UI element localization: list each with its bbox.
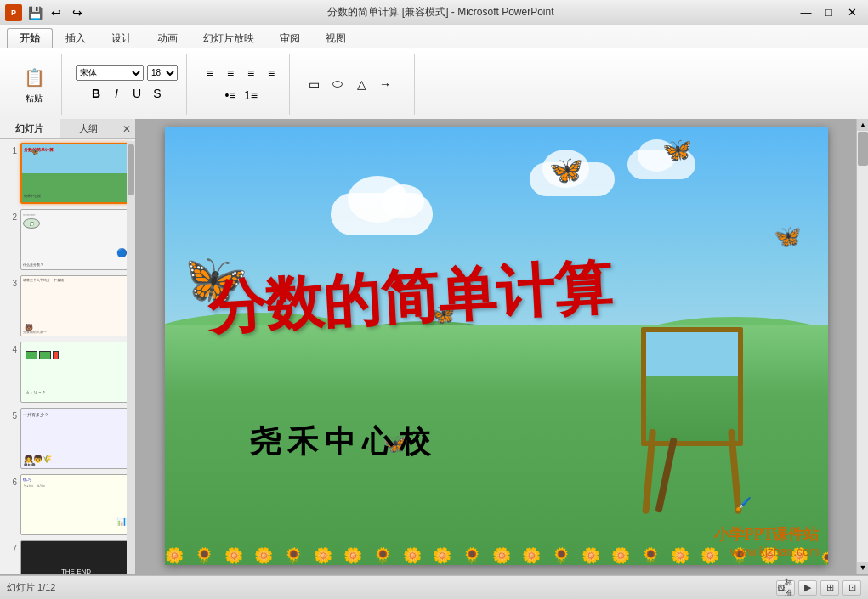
ribbon: 开始 插入 设计 动画 幻灯片放映 审阅 视图 📋 粘贴 宋体 18 B I U…	[0, 25, 868, 119]
tab-view[interactable]: 视图	[313, 28, 359, 48]
close-button[interactable]: ✕	[841, 4, 863, 21]
triangle-button[interactable]: △	[351, 75, 372, 93]
window-title: 分数的简单计算 [兼容模式] - Microsoft PowerPoint	[87, 5, 795, 20]
slide-canvas[interactable]: 🌼 🌻 🌼 🌼 🌻 🌼 🌼 🌻 🌼 🌼 🌻 🌼 🌼 🌻 🌼 🌼 🌻 🌼 🌼	[165, 127, 828, 565]
tab-design[interactable]: 设计	[99, 28, 145, 48]
quick-access-toolbar: 💾 ↩ ↪	[26, 3, 87, 22]
ribbon-group-clipboard: 📋 粘贴	[7, 54, 62, 115]
slide-item-2[interactable]: 2 ○○○○○○ 💭 什么是分数？ 🔵	[3, 209, 132, 270]
tab-slideshow[interactable]: 幻灯片放映	[190, 28, 267, 48]
panel-scrollbar[interactable]	[127, 141, 135, 574]
tab-slides[interactable]: 幻灯片	[0, 119, 60, 138]
flower-2: 🌻	[195, 546, 213, 565]
maximize-button[interactable]: □	[818, 4, 840, 21]
flower-4: 🌼	[254, 546, 273, 565]
flower-10: 🌼	[433, 546, 451, 565]
slide-number-2: 2	[3, 209, 17, 222]
flower-11: 🌻	[462, 546, 481, 565]
slide-thumb-7[interactable]: THE END	[20, 540, 132, 574]
panel-close-button[interactable]: ✕	[118, 119, 135, 138]
status-bar: 幻灯片 1/12 🖼 标准 ▶ ⊞ ⊡	[0, 575, 868, 599]
watermark: 小学PPT课件站 www.kjzhan.com	[714, 524, 820, 558]
window-controls: — □ ✕	[795, 4, 863, 21]
shadow-button[interactable]: S	[148, 84, 167, 103]
rectangle-button[interactable]: ▭	[304, 75, 324, 93]
flower-13: 🌼	[522, 546, 541, 565]
italic-button[interactable]: I	[107, 84, 126, 103]
bullets-button[interactable]: •≡	[221, 86, 240, 105]
tab-insert[interactable]: 插入	[53, 28, 99, 48]
ribbon-group-paragraph: ≡ ≡ ≡ ≡ •≡ 1≡	[192, 54, 290, 115]
underline-button[interactable]: U	[128, 84, 146, 103]
panel-scroll-thumb[interactable]	[128, 144, 134, 195]
slide-thumb-2[interactable]: ○○○○○○ 💭 什么是分数？ 🔵	[20, 209, 132, 270]
align-right-button[interactable]: ≡	[241, 64, 260, 82]
arrow-button[interactable]: →	[375, 75, 395, 93]
flower-5: 🌻	[284, 546, 303, 565]
scroll-up-arrow[interactable]: ▲	[857, 119, 868, 131]
main-area: 幻灯片 大纲 ✕ 1 分数的简单计算 尧禾中心校 🦋 2 ○○○○○○	[0, 119, 868, 574]
slide-number-5: 5	[3, 408, 17, 421]
font-size-select[interactable]: 18	[147, 65, 178, 81]
font-family-select[interactable]: 宋体	[76, 65, 144, 81]
save-button[interactable]: 💾	[26, 3, 44, 22]
slide-item-3[interactable]: 3 请将三个人平均分一下食物 🐻 分食物给大家一	[3, 275, 132, 336]
tab-outline[interactable]: 大纲	[60, 119, 119, 138]
slide-number-7: 7	[3, 540, 17, 553]
zoom-button[interactable]: ⊞	[820, 580, 839, 596]
slide-item-6[interactable]: 6 练习 ½+¼= ¾-½= 📊	[3, 474, 132, 535]
status-view-icons: 🖼 标准 ▶ ⊞ ⊡	[776, 580, 861, 596]
slide-thumb-3[interactable]: 请将三个人平均分一下食物 🐻 分食物给大家一	[20, 275, 132, 336]
slide-item-5[interactable]: 5 一共有多少？ 👧👦🌾 ⬤ ▶ ⬤	[3, 408, 132, 469]
slide-item-1[interactable]: 1 分数的简单计算 尧禾中心校 🦋	[3, 143, 132, 204]
slides-list: 1 分数的简单计算 尧禾中心校 🦋 2 ○○○○○○ 💭 什么是分数？ 🔵	[0, 139, 135, 574]
numbering-button[interactable]: 1≡	[241, 86, 260, 105]
panel-tabs: 幻灯片 大纲 ✕	[0, 119, 135, 139]
flower-15: 🌼	[582, 546, 600, 565]
right-scrollbar[interactable]: ▲ ▼	[856, 119, 868, 574]
flower-17: 🌻	[641, 546, 660, 565]
flower-18: 🌼	[671, 546, 689, 565]
butterfly-top-1: 🦋	[549, 154, 583, 186]
slide-thumb-5[interactable]: 一共有多少？ 👧👦🌾 ⬤ ▶ ⬤	[20, 408, 132, 469]
flower-8: 🌻	[373, 546, 392, 565]
watermark-line-2: www.kjzhan.com	[714, 545, 820, 558]
slide-number-1: 1	[3, 143, 17, 155]
butterfly-right-1: 🦋	[774, 223, 801, 250]
bold-button[interactable]: B	[87, 84, 105, 103]
scroll-down-arrow[interactable]: ▼	[857, 562, 868, 574]
title-bar: P 💾 ↩ ↪ 分数的简单计算 [兼容模式] - Microsoft Power…	[0, 0, 868, 25]
tab-review[interactable]: 审阅	[267, 28, 313, 48]
slide-thumb-4[interactable]: ½ + ¼ = ?	[20, 342, 132, 403]
flower-3: 🌼	[224, 546, 243, 565]
scroll-track	[857, 131, 868, 562]
redo-button[interactable]: ↪	[68, 3, 87, 22]
undo-button[interactable]: ↩	[47, 3, 65, 22]
justify-button[interactable]: ≡	[262, 64, 281, 82]
slide-cloud-1	[331, 193, 433, 235]
slide-item-7[interactable]: 7 THE END	[3, 540, 132, 574]
slide-thumb-6[interactable]: 练习 ½+¼= ¾-½= 📊	[20, 474, 132, 535]
flower-6: 🌼	[314, 546, 332, 565]
scroll-thumb[interactable]	[858, 132, 868, 166]
fit-button[interactable]: ⊡	[842, 580, 861, 596]
flower-23: 🌻	[820, 551, 828, 565]
status-slide-info: 幻灯片 1/12	[7, 581, 55, 594]
slideshow-view-button[interactable]: ▶	[798, 580, 817, 596]
easel-frame	[641, 327, 743, 446]
align-center-button[interactable]: ≡	[221, 64, 240, 82]
app-icon: P	[5, 4, 22, 21]
slide-counter: 幻灯片 1/12	[7, 581, 55, 594]
ribbon-content: 📋 粘贴 宋体 18 B I U S ≡ ≡ ≡ ≡	[0, 48, 868, 119]
tab-start[interactable]: 开始	[7, 28, 53, 48]
slide-item-4[interactable]: 4 ½ + ¼ = ?	[3, 342, 132, 403]
paste-button[interactable]: 📋 粘贴	[15, 60, 53, 108]
minimize-button[interactable]: —	[795, 4, 817, 21]
ribbon-group-font: 宋体 18 B I U S	[67, 54, 187, 115]
oval-button[interactable]: ⬭	[327, 75, 348, 93]
tab-animation[interactable]: 动画	[145, 28, 190, 48]
normal-view-button[interactable]: 🖼 标准	[776, 580, 795, 596]
slide-view: 🌼 🌻 🌼 🌼 🌻 🌼 🌼 🌻 🌼 🌼 🌻 🌼 🌼 🌻 🌼 🌼 🌻 🌼 🌼	[136, 119, 856, 574]
slide-thumb-1[interactable]: 分数的简单计算 尧禾中心校 🦋	[20, 143, 132, 204]
align-left-button[interactable]: ≡	[201, 64, 219, 82]
